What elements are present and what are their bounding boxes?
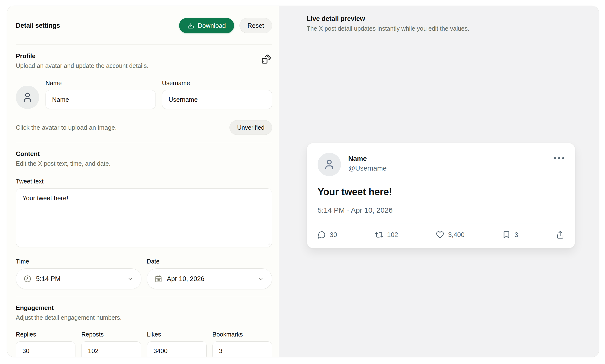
date-label: Date — [147, 258, 272, 265]
replies-field-group: Replies — [16, 331, 76, 357]
avatar-hint-row: Click the avatar to upload an image. Unv… — [16, 120, 272, 135]
avatar-upload[interactable] — [16, 86, 39, 109]
profile-subtitle: Upload an avatar and update the account … — [16, 62, 148, 69]
calendar-icon — [155, 275, 162, 283]
profile-heading: Profile — [16, 52, 148, 60]
section-divider — [16, 142, 272, 142]
download-icon — [187, 22, 194, 29]
time-select[interactable]: 5:14 PM — [16, 268, 141, 289]
app-card: Detail settings Download Reset Profile U… — [7, 6, 599, 357]
engagement-heading: Engagement — [16, 304, 122, 312]
user-icon — [22, 92, 33, 103]
tweet-text-input[interactable]: Your tweet here! — [16, 188, 272, 247]
date-select[interactable]: Apr 10, 2026 — [147, 268, 272, 289]
chevron-down-icon — [258, 276, 264, 282]
username-label: Username — [162, 79, 272, 87]
download-button[interactable]: Download — [179, 18, 234, 33]
username-field-group: Username — [162, 79, 272, 109]
replies-label: Replies — [16, 331, 76, 338]
tweet-identity: Name @Username — [348, 155, 387, 172]
ellipsis-icon — [554, 157, 564, 159]
header-actions: Download Reset — [179, 18, 272, 33]
likes-input[interactable] — [147, 341, 207, 357]
likes-label: Likes — [147, 331, 207, 338]
dice-icon — [261, 54, 271, 64]
reply-action: 30 — [318, 231, 337, 239]
like-count: 3,400 — [448, 231, 465, 239]
content-subtitle: Edit the X post text, time, and date. — [16, 160, 110, 167]
section-divider — [16, 44, 272, 45]
tweet-username: @Username — [348, 165, 387, 172]
page-title: Detail settings — [16, 22, 60, 29]
settings-header: Detail settings Download Reset — [16, 18, 272, 33]
profile-fields-row: Name Username — [16, 79, 272, 109]
download-button-label: Download — [197, 22, 226, 29]
engagement-subtitle: Adjust the detail engagement numbers. — [16, 314, 122, 321]
share-action — [556, 231, 564, 239]
tweet-timestamp: 5:14 PM · Apr 10, 2026 — [318, 206, 564, 214]
tweet-text-label: Tweet text — [16, 178, 272, 185]
bookmark-icon — [502, 231, 511, 239]
replies-input[interactable] — [16, 341, 76, 357]
settings-panel: Detail settings Download Reset Profile U… — [7, 6, 279, 357]
reposts-input[interactable] — [81, 341, 141, 357]
preview-title: Live detail preview — [307, 15, 575, 23]
engagement-section-header: Engagement Adjust the detail engagement … — [16, 304, 272, 321]
like-icon — [436, 231, 444, 239]
avatar-hint-text: Click the avatar to upload an image. — [16, 124, 117, 131]
bookmarks-field-group: Bookmarks — [212, 331, 272, 357]
content-heading: Content — [16, 150, 110, 158]
time-date-row: Time 5:14 PM Date Apr 10, — [16, 258, 272, 289]
name-label: Name — [45, 79, 156, 87]
reply-count: 30 — [330, 231, 337, 239]
profile-section-header: Profile Upload an avatar and update the … — [16, 52, 272, 69]
repost-icon — [375, 231, 383, 239]
time-field-group: Time 5:14 PM — [16, 258, 141, 289]
reset-button[interactable]: Reset — [239, 18, 272, 33]
tweet-preview-card: Name @Username Your tweet here! 5:14 PM … — [307, 143, 575, 248]
time-label: Time — [16, 258, 141, 265]
tweet-textarea-wrap: Your tweet here! — [16, 188, 272, 248]
bookmark-action: 3 — [502, 231, 518, 239]
username-input[interactable] — [162, 90, 272, 109]
verified-toggle-button[interactable]: Unverified — [229, 120, 272, 135]
tweet-name: Name — [348, 155, 387, 163]
name-input[interactable] — [45, 90, 156, 109]
user-icon — [323, 159, 335, 170]
preview-subtitle: The X post detail updates instantly whil… — [307, 25, 575, 32]
time-select-value: 5:14 PM — [36, 275, 122, 283]
bookmarks-label: Bookmarks — [212, 331, 272, 338]
repost-action: 102 — [375, 231, 398, 239]
reply-icon — [318, 231, 326, 239]
tweet-text: Your tweet here! — [318, 186, 564, 197]
date-field-group: Date Apr 10, 2026 — [147, 258, 272, 289]
tweet-actions-row: 30 102 3,400 — [318, 224, 564, 239]
content-section-header: Content Edit the X post text, time, and … — [16, 150, 272, 167]
date-select-value: Apr 10, 2026 — [167, 275, 253, 283]
clock-icon — [24, 275, 31, 283]
randomize-button[interactable] — [260, 53, 272, 65]
like-action: 3,400 — [436, 231, 465, 239]
name-field-group: Name — [45, 79, 156, 109]
tweet-avatar — [318, 153, 341, 176]
likes-field-group: Likes — [147, 331, 207, 357]
section-divider — [16, 296, 272, 296]
bookmarks-input[interactable] — [212, 341, 272, 357]
tweet-header: Name @Username — [318, 153, 564, 176]
chevron-down-icon — [127, 276, 133, 282]
share-icon — [556, 231, 564, 239]
reposts-label: Reposts — [81, 331, 141, 338]
bookmark-count: 3 — [514, 231, 518, 239]
reposts-field-group: Reposts — [81, 331, 141, 357]
repost-count: 102 — [387, 231, 398, 239]
engagement-fields-row: Replies Reposts Likes Bookmarks — [16, 331, 272, 357]
preview-panel: Live detail preview The X post detail up… — [279, 6, 599, 357]
